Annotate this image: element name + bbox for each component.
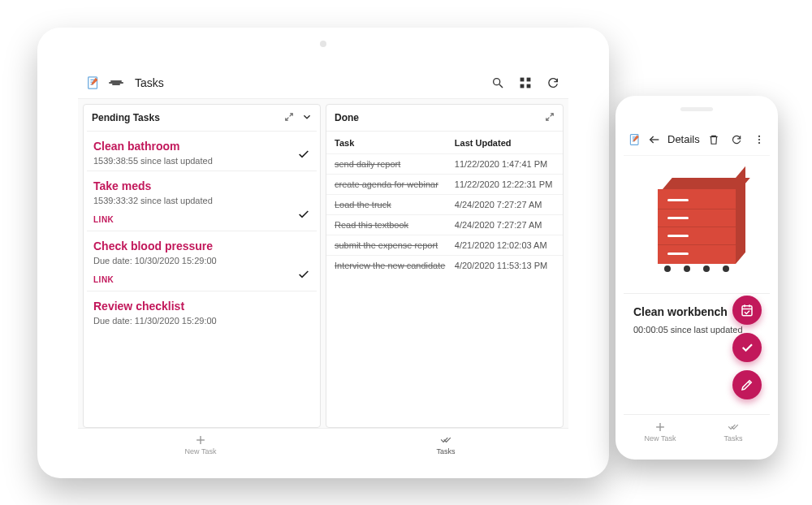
done-table-header: Task Last Updated bbox=[326, 131, 563, 153]
task-subtitle: 1539:33:32 since last updated bbox=[93, 196, 310, 205]
complete-check-icon[interactable] bbox=[297, 148, 310, 164]
done-task: submit the expense report bbox=[335, 240, 455, 250]
done-updated: 11/22/2020 1:47:41 PM bbox=[455, 159, 555, 169]
pending-header-title: Pending Tasks bbox=[92, 112, 160, 123]
tablet-screen: Tasks Pending Tasks bbox=[78, 67, 568, 460]
tablet-bottom-nav: New Task Tasks bbox=[78, 428, 568, 460]
task-title: Review checklist bbox=[93, 300, 310, 313]
done-updated: 4/20/2020 11:53:13 PM bbox=[455, 261, 555, 270]
double-check-icon bbox=[728, 421, 739, 433]
pending-header: Pending Tasks bbox=[84, 105, 320, 131]
done-task: Load the truck bbox=[335, 200, 455, 209]
phone-screen: Details bbox=[624, 123, 770, 448]
task-subtitle: Due date: 11/30/2020 15:29:00 bbox=[93, 316, 310, 326]
toolbar-actions bbox=[490, 76, 560, 90]
svg-rect-5 bbox=[520, 84, 525, 88]
chevron-down-icon[interactable] bbox=[302, 112, 312, 124]
done-row[interactable]: Load the truck4/24/2020 7:27:27 AM bbox=[326, 194, 563, 214]
done-header: Done bbox=[326, 105, 563, 131]
plus-icon bbox=[654, 421, 666, 433]
svg-point-1 bbox=[494, 78, 500, 84]
search-icon[interactable] bbox=[490, 76, 505, 90]
app-logo-icon bbox=[628, 132, 641, 147]
done-updated: 4/24/2020 7:27:27 AM bbox=[455, 200, 555, 209]
done-row[interactable]: create agenda for webinar11/22/2020 12:2… bbox=[326, 174, 563, 194]
nav-tasks[interactable]: Tasks bbox=[323, 429, 568, 460]
complete-check-icon[interactable] bbox=[297, 208, 310, 224]
nav-label: New Task bbox=[645, 434, 676, 442]
done-row[interactable]: submit the expense report4/21/2020 12:02… bbox=[326, 235, 563, 255]
double-check-icon bbox=[440, 434, 451, 446]
task-subtitle: Due date: 10/30/2020 15:29:00 bbox=[93, 256, 310, 265]
trash-icon[interactable] bbox=[706, 132, 721, 147]
nav-label: Tasks bbox=[436, 447, 455, 455]
task-card[interactable]: Check blood pressure Due date: 10/30/202… bbox=[87, 231, 317, 291]
task-title: Take meds bbox=[93, 179, 310, 192]
done-updated: 4/21/2020 12:02:03 AM bbox=[455, 240, 555, 250]
nav-label: New Task bbox=[185, 447, 217, 455]
done-updated: 4/24/2020 7:27:27 AM bbox=[455, 220, 555, 230]
phone-device: Details bbox=[615, 96, 778, 460]
complete-check-icon[interactable] bbox=[297, 268, 310, 284]
done-row[interactable]: Read this textbook4/24/2020 7:27:27 AM bbox=[326, 214, 563, 235]
board-columns: Pending Tasks Clean bathroom 1539:38:55 … bbox=[78, 99, 568, 428]
drawer-illustration bbox=[658, 178, 736, 272]
phone-toolbar: Details bbox=[624, 123, 770, 156]
nav-new-task[interactable]: New Task bbox=[78, 429, 323, 460]
svg-line-22 bbox=[749, 382, 750, 383]
task-card[interactable]: Review checklist Due date: 11/30/2020 15… bbox=[87, 291, 317, 330]
task-card[interactable]: Clean bathroom 1539:38:55 since last upd… bbox=[87, 131, 317, 170]
refresh-icon[interactable] bbox=[729, 132, 744, 147]
plus-icon bbox=[195, 434, 206, 446]
done-task: create agenda for webinar bbox=[335, 179, 455, 189]
nav-tasks[interactable]: Tasks bbox=[697, 415, 770, 448]
phone-speaker bbox=[680, 107, 713, 111]
task-title: Check blood pressure bbox=[93, 240, 310, 252]
done-row[interactable]: send daily report11/22/2020 1:47:41 PM bbox=[326, 153, 563, 174]
done-updated: 11/22/2020 12:22:31 PM bbox=[455, 179, 555, 189]
camera-dot bbox=[320, 41, 326, 47]
done-body: send daily report11/22/2020 1:47:41 PM c… bbox=[326, 153, 563, 427]
fab-stack bbox=[732, 296, 762, 399]
done-task: send daily report bbox=[335, 159, 455, 169]
tablet-device: Tasks Pending Tasks bbox=[37, 28, 609, 478]
grid-view-icon[interactable] bbox=[518, 76, 533, 90]
phone-bottom-nav: New Task Tasks bbox=[624, 414, 770, 448]
expand-icon[interactable] bbox=[284, 112, 294, 124]
svg-line-2 bbox=[499, 84, 503, 88]
task-title: Clean bathroom bbox=[93, 140, 310, 153]
svg-point-17 bbox=[758, 142, 760, 144]
menu-icon[interactable] bbox=[109, 76, 123, 90]
task-card[interactable]: Take meds 1539:33:32 since last updated … bbox=[87, 170, 317, 231]
svg-rect-18 bbox=[742, 306, 752, 316]
done-row[interactable]: Interview the new candidate4/20/2020 11:… bbox=[326, 255, 563, 275]
page-title: Tasks bbox=[135, 76, 490, 89]
pending-column: Pending Tasks Clean bathroom 1539:38:55 … bbox=[83, 104, 321, 428]
phone-title: Details bbox=[667, 133, 700, 145]
col-updated-header: Last Updated bbox=[455, 138, 555, 148]
more-vert-icon[interactable] bbox=[752, 132, 767, 147]
svg-rect-4 bbox=[527, 77, 531, 81]
fab-calendar[interactable] bbox=[732, 296, 762, 325]
task-subtitle: 1539:38:55 since last updated bbox=[93, 156, 310, 166]
back-arrow-icon[interactable] bbox=[648, 132, 661, 147]
done-header-title: Done bbox=[335, 112, 359, 123]
col-task-header: Task bbox=[335, 138, 455, 148]
svg-rect-3 bbox=[520, 77, 525, 81]
done-task: Interview the new candidate bbox=[335, 261, 455, 270]
nav-label: Tasks bbox=[723, 434, 742, 442]
pending-body: Clean bathroom 1539:38:55 since last upd… bbox=[84, 131, 320, 427]
task-link[interactable]: LINK bbox=[93, 275, 114, 284]
refresh-icon[interactable] bbox=[546, 76, 560, 90]
done-task: Read this textbook bbox=[335, 220, 455, 230]
svg-point-15 bbox=[758, 135, 760, 136]
svg-rect-6 bbox=[527, 84, 531, 88]
nav-new-task[interactable]: New Task bbox=[624, 415, 697, 448]
expand-icon[interactable] bbox=[545, 112, 555, 124]
fab-edit[interactable] bbox=[732, 370, 762, 399]
task-link[interactable]: LINK bbox=[93, 215, 114, 224]
done-column: Done Task Last Updated send daily report… bbox=[326, 104, 564, 428]
app-logo-icon bbox=[86, 76, 101, 90]
svg-point-16 bbox=[758, 138, 760, 140]
fab-complete[interactable] bbox=[732, 333, 762, 362]
